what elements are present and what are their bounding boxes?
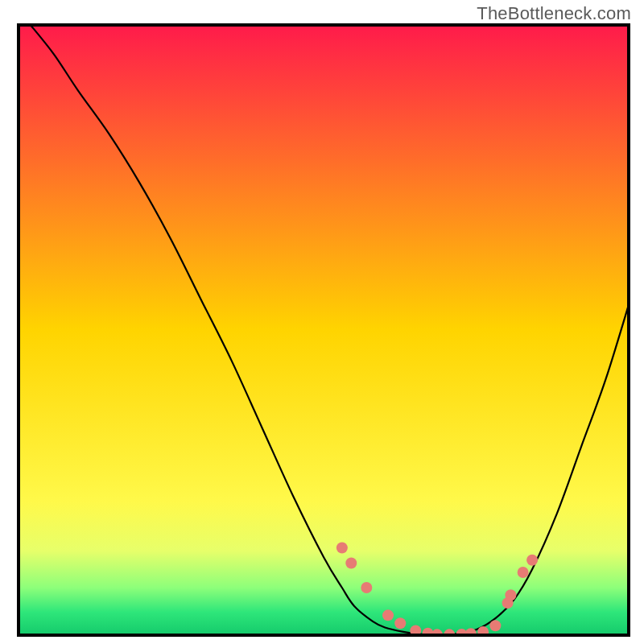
plot-background bbox=[17, 23, 630, 637]
curve-marker bbox=[489, 620, 501, 631]
curve-marker bbox=[518, 567, 529, 578]
curve-marker bbox=[526, 555, 538, 566]
curve-marker bbox=[361, 582, 372, 593]
curve-marker bbox=[382, 609, 394, 621]
curve-marker bbox=[505, 589, 516, 601]
curve-marker bbox=[345, 558, 357, 569]
watermark-text: TheBottleneck.com bbox=[477, 3, 631, 24]
curve-marker bbox=[394, 617, 406, 629]
bottleneck-plot-area bbox=[17, 23, 630, 637]
plot-svg bbox=[17, 23, 630, 637]
curve-marker bbox=[336, 543, 348, 554]
